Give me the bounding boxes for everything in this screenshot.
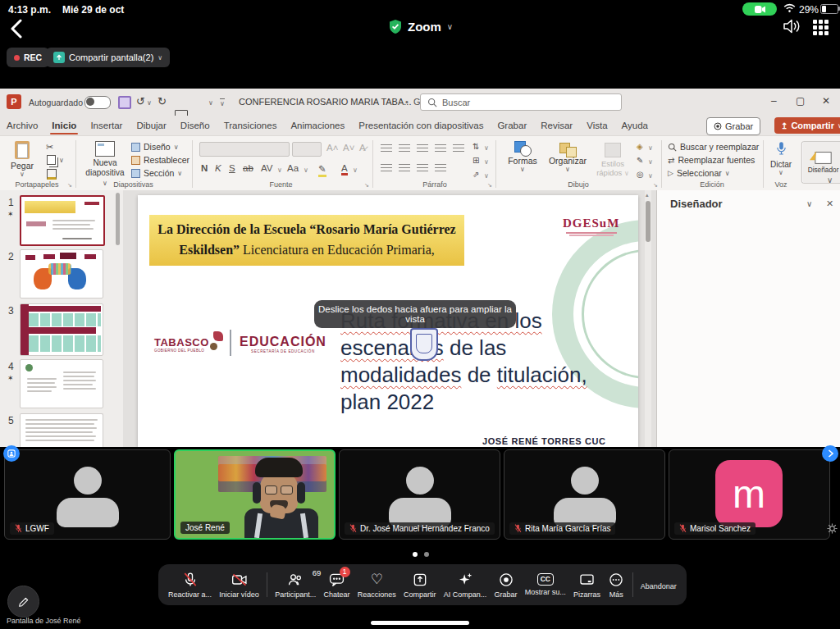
replace-fonts-button[interactable]: ⇄ Reemplazar fuentes: [668, 155, 755, 165]
reset-button[interactable]: Restablecer: [131, 155, 189, 165]
chevron-down-icon[interactable]: ∨: [484, 144, 489, 152]
gallery-page-dots[interactable]: [413, 552, 429, 557]
align-left-button[interactable]: [381, 164, 392, 173]
select-button[interactable]: ▷ Seleccionar ∨: [668, 168, 730, 178]
tab-archivo[interactable]: Archivo: [7, 121, 38, 130]
save-icon[interactable]: [118, 96, 131, 109]
align-center-button[interactable]: [399, 164, 410, 173]
share-screen-badge[interactable]: Compartir pantalla(2) ∨: [46, 48, 170, 67]
tab-dibujar[interactable]: Dibujar: [136, 121, 166, 130]
designer-collapse-icon[interactable]: ∨: [806, 199, 812, 208]
designer-close-icon[interactable]: ✕: [826, 198, 833, 209]
increase-indent-button[interactable]: [435, 144, 446, 153]
captions-button[interactable]: CC Mostrar su...: [525, 573, 566, 596]
start-video-button[interactable]: Iniciar vídeo: [219, 572, 259, 599]
smartart-button[interactable]: ⇗: [472, 170, 479, 179]
quick-styles-button[interactable]: Estilos rápidos ∨: [594, 143, 632, 178]
minimize-button[interactable]: –: [771, 95, 777, 107]
bullets-button[interactable]: [381, 144, 392, 153]
canvas-scrollbar[interactable]: ▴: [645, 190, 651, 447]
chevron-down-icon[interactable]: ∨: [648, 144, 653, 152]
chevron-down-icon[interactable]: ∨: [648, 172, 653, 180]
find-replace-button[interactable]: Buscar y reemplazar: [668, 142, 759, 152]
canvas-scrollbar-thumb[interactable]: [646, 201, 651, 242]
chevron-down-icon[interactable]: ∨: [277, 166, 282, 174]
bold-button[interactable]: N: [201, 163, 208, 173]
strip-settings-gear-icon[interactable]: [827, 523, 838, 534]
autosave-toggle[interactable]: [84, 96, 111, 109]
shape-fill-button[interactable]: ◈: [637, 142, 643, 151]
participants-button[interactable]: 69 Participant...: [275, 572, 316, 599]
meeting-title-menu[interactable]: Zoom ∨: [389, 20, 453, 34]
tab-transiciones[interactable]: Transiciones: [224, 121, 277, 130]
participant-tile-jose-manuel[interactable]: Dr. José Manuel Hernández Franco: [339, 449, 500, 540]
tab-diseno[interactable]: Diseño: [180, 121, 210, 130]
arrange-button[interactable]: Organizar ∨: [545, 141, 591, 173]
image-chevron-icon[interactable]: ∨: [208, 99, 213, 107]
share-button[interactable]: ↥ Compartir ∨: [774, 117, 840, 134]
view-grid-button[interactable]: [813, 20, 829, 35]
strikethrough-button[interactable]: ab: [243, 163, 253, 173]
whiteboards-button[interactable]: Pizarras: [573, 572, 600, 599]
paste-button[interactable]: Pegar ∨: [8, 141, 36, 178]
slide-thumbnail-4[interactable]: [20, 359, 103, 408]
tab-ayuda[interactable]: Ayuda: [622, 121, 648, 130]
strip-left-button[interactable]: [3, 445, 20, 462]
audio-output-button[interactable]: [782, 18, 801, 34]
highlight-button[interactable]: ✎: [318, 163, 326, 177]
paragraph-dialog-launcher[interactable]: ↘: [487, 182, 492, 189]
shrink-font-button[interactable]: A˅: [343, 143, 354, 153]
thumbnail-scrollbar[interactable]: [116, 193, 120, 245]
cut-button[interactable]: ✂: [46, 142, 53, 153]
numbering-button[interactable]: [399, 144, 410, 153]
annotate-button[interactable]: [7, 586, 39, 618]
grow-font-button[interactable]: A˄: [326, 143, 338, 153]
tab-vista[interactable]: Vista: [587, 121, 607, 130]
video-on-indicator[interactable]: [742, 2, 777, 16]
justify-button[interactable]: [435, 164, 446, 173]
scroll-up-arrow-icon[interactable]: ▴: [646, 192, 649, 198]
draw-dialog-launcher[interactable]: ↘: [653, 182, 658, 189]
participant-tile-jose-rene[interactable]: José René: [174, 449, 336, 540]
tab-insertar[interactable]: Insertar: [90, 121, 122, 130]
undo-chevron-icon[interactable]: ∨: [147, 99, 152, 107]
chevron-down-icon[interactable]: ∨: [484, 172, 489, 180]
copy-button[interactable]: [47, 155, 56, 165]
tab-presentacion[interactable]: Presentación con diapositivas: [358, 121, 483, 130]
undo-button[interactable]: ↺: [136, 95, 145, 107]
chevron-down-icon[interactable]: ∨: [648, 158, 653, 166]
ai-companion-button[interactable]: AI Compan...: [444, 572, 487, 599]
tab-inicio[interactable]: Inicio: [52, 121, 76, 130]
reactions-button[interactable]: ♡ Reacciones: [358, 572, 396, 599]
share-screen-button[interactable]: Compartir: [404, 572, 436, 599]
slide-thumbnail-1[interactable]: [20, 195, 105, 246]
font-name-select[interactable]: [199, 142, 290, 157]
recording-badge[interactable]: REC: [7, 48, 49, 67]
italic-button[interactable]: K: [215, 163, 221, 173]
chevron-down-icon[interactable]: ∨: [304, 166, 308, 174]
copy-chevron-icon[interactable]: ∨: [59, 157, 64, 164]
decrease-indent-button[interactable]: [417, 144, 428, 153]
tab-revisar[interactable]: Revisar: [541, 121, 573, 130]
leave-button[interactable]: Abandonar: [641, 577, 677, 592]
change-case-button[interactable]: Aa: [287, 163, 299, 173]
shapes-button[interactable]: Formas ∨: [504, 141, 541, 173]
slide-thumbnail-2[interactable]: [20, 249, 103, 299]
text-direction-button[interactable]: ⇅: [472, 142, 479, 151]
page-dot[interactable]: [424, 552, 429, 557]
align-text-button[interactable]: ⊞: [472, 156, 479, 165]
underline-button[interactable]: S: [229, 163, 235, 173]
page-dot-active[interactable]: [413, 552, 418, 557]
dictate-button[interactable]: Dictar ∨: [765, 141, 797, 176]
record-button[interactable]: Grabar: [495, 572, 518, 599]
restore-button[interactable]: ▢: [796, 95, 805, 107]
strip-right-button[interactable]: [822, 445, 838, 462]
participant-tile-rita[interactable]: Rita María García Frías: [504, 449, 665, 540]
more-button[interactable]: Más: [608, 572, 624, 599]
clear-format-button[interactable]: A̷: [359, 143, 366, 153]
font-color-button[interactable]: A: [341, 163, 348, 175]
tab-animaciones[interactable]: Animaciones: [290, 121, 345, 130]
font-dialog-launcher[interactable]: ↘: [364, 182, 369, 189]
unmute-button[interactable]: Reactivar a...: [168, 572, 212, 599]
search-input[interactable]: Buscar: [420, 93, 622, 111]
